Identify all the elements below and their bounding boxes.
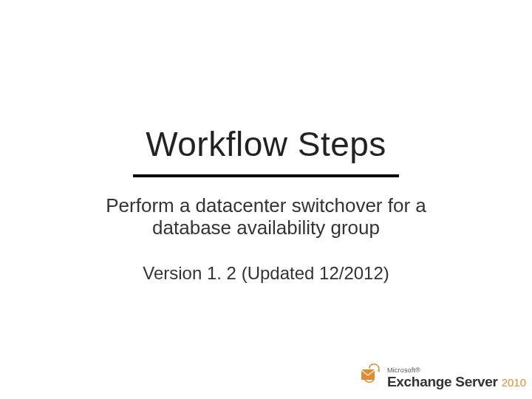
exchange-icon bbox=[358, 361, 383, 389]
slide: Workflow Steps Perform a datacenter swit… bbox=[0, 0, 532, 399]
subtitle: Perform a datacenter switchover for a da… bbox=[74, 195, 458, 239]
page-title: Workflow Steps bbox=[146, 124, 386, 164]
product-logo: Microsoft® Exchange Server 2010 bbox=[358, 361, 526, 389]
version-text: Version 1. 2 (Updated 12/2012) bbox=[143, 263, 389, 284]
divider bbox=[133, 174, 399, 177]
logo-product-name: Exchange Server bbox=[387, 375, 498, 389]
svg-rect-0 bbox=[361, 369, 375, 380]
logo-product-line: Exchange Server 2010 bbox=[387, 375, 526, 389]
logo-text-block: Microsoft® Exchange Server 2010 bbox=[387, 367, 526, 389]
logo-year: 2010 bbox=[502, 377, 526, 388]
logo-brand: Microsoft® bbox=[387, 367, 526, 374]
